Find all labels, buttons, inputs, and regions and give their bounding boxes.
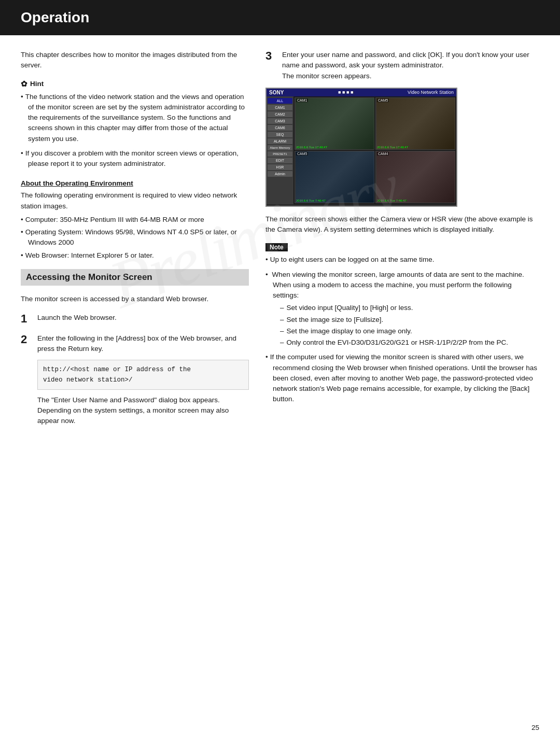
cam-cell-4: CAM4 2010.6.6 Tue 7:46:47 xyxy=(375,151,455,203)
hint-item-1: The functions of the video network stati… xyxy=(21,92,249,144)
left-column: This chapter describes how to monitor th… xyxy=(21,50,249,434)
monitor-title: Video Network Station xyxy=(408,90,454,95)
hint-item-2: If you discover a problem with the monit… xyxy=(21,148,249,170)
cam-timestamp-3: 2010.6.6 Tue 7:46:47 xyxy=(296,199,326,202)
sidebar-btn-alarm-memory[interactable]: Alarm Memory xyxy=(268,145,292,150)
monitor-description: The monitor screen shows either the Came… xyxy=(265,214,539,235)
sidebar-btn-cam2[interactable]: CAM2 xyxy=(268,111,292,117)
hint-title: ✿ Hint xyxy=(21,79,249,89)
note-subitem-1: Set video input [Quality] to [High] or l… xyxy=(280,303,539,313)
cam-label-1: CAM1 xyxy=(296,98,308,102)
step-3-after-monitor: The monitor screen appears. xyxy=(282,72,372,80)
note-section: Note Up to eight users can be logged on … xyxy=(265,243,539,404)
monitor-sidebar: ALL CAM1 CAM2 CAM3 CAM6 SEQ ALARM Alarm … xyxy=(267,96,293,204)
sidebar-btn-admin[interactable]: Admin xyxy=(268,171,292,177)
step-3: 3 Enter your user name and password, and… xyxy=(265,50,539,81)
accessing-section: Accessing the Monitor Screen The monitor… xyxy=(21,269,249,427)
cam-timestamp-2: 2010.6.6 Tue 17:46:47 xyxy=(377,146,408,149)
step-1: 1 Launch the Web browser. xyxy=(21,313,249,325)
sidebar-btn-hsr[interactable]: HSR xyxy=(268,164,292,170)
note-subitem-2: Set the image size to [Fullsize]. xyxy=(280,315,539,325)
monitor-screenshot: SONY ■ ■ ■ ■ Video Network Station ALL C… xyxy=(265,88,457,207)
sidebar-btn-cam1[interactable]: CAM1 xyxy=(268,105,292,110)
step-2-content: Enter the following in the [Address] box… xyxy=(37,333,249,426)
hint-icon: ✿ xyxy=(21,79,27,89)
step-2-num: 2 xyxy=(21,333,32,346)
operating-env-heading: About the Operating Environment xyxy=(21,179,249,187)
note-item-3: If the computer used for viewing the mon… xyxy=(265,352,539,404)
step-2: 2 Enter the following in the [Address] b… xyxy=(21,333,249,426)
cam-label-2: CAM5 xyxy=(377,98,389,102)
step-2-text: Enter the following in the [Address] box… xyxy=(37,334,236,353)
cam-timestamp-1: 2010.6.6 Tue 17:46:47 xyxy=(296,146,327,149)
sidebar-btn-cam6[interactable]: CAM6 xyxy=(268,125,292,131)
step-1-num: 1 xyxy=(21,313,32,325)
step-2-after: The "Enter User Name and Password" dialo… xyxy=(37,396,229,425)
right-column: 3 Enter your user name and password, and… xyxy=(265,50,539,434)
sidebar-btn-cam3[interactable]: CAM3 xyxy=(268,118,292,124)
note-subitem-3: Set the image display to one image only. xyxy=(280,326,539,336)
env-item-1: Computer: 350-MHz Pentium III with 64-MB… xyxy=(21,215,249,225)
operating-env-intro: The following operating environment is r… xyxy=(21,190,249,212)
operating-env-section: About the Operating Environment The foll… xyxy=(21,179,249,261)
monitor-top-bar: SONY ■ ■ ■ ■ Video Network Station xyxy=(267,89,456,96)
note-list: Up to eight users can be logged on at th… xyxy=(265,255,539,404)
accessing-intro: The monitor screen is accessed by a stan… xyxy=(21,294,249,304)
step-2-code: http://<host name or IP address of the v… xyxy=(37,360,249,390)
note-subitems: Set video input [Quality] to [High] or l… xyxy=(273,303,539,348)
cam-cell-2: CAM5 2010.6.6 Tue 17:46:47 xyxy=(375,97,455,150)
hint-label: Hint xyxy=(30,80,44,88)
hint-section: ✿ Hint The functions of the video networ… xyxy=(21,79,249,170)
page-title: Operation xyxy=(21,9,539,26)
note-item-2: When viewing the monitor screen, large a… xyxy=(265,270,539,348)
hint-list: The functions of the video network stati… xyxy=(21,92,249,170)
sidebar-btn-preset[interactable]: PRESET1 xyxy=(268,151,292,157)
note-label: Note xyxy=(265,243,288,251)
step-3-content: Enter your user name and password, and c… xyxy=(282,50,539,81)
main-content: This chapter describes how to monitor th… xyxy=(0,35,560,455)
env-item-3: Web Browser: Internet Explorer 5 or late… xyxy=(21,250,249,261)
step-3-num: 3 xyxy=(265,50,277,62)
note-subitem-4: Only control the EVI-D30/D31/G20/G21 or … xyxy=(280,337,539,348)
step-1-content: Launch the Web browser. xyxy=(37,313,249,323)
cam-cell-1: CAM1 2010.6.6 Tue 17:46:47 xyxy=(295,97,374,150)
monitor-brand: SONY xyxy=(269,90,284,95)
header-bar: Operation xyxy=(0,0,560,35)
cam-timestamp-4: 2010.6.6 Tue 7:46:47 xyxy=(377,199,407,202)
monitor-icons: ■ ■ ■ ■ xyxy=(338,90,353,95)
monitor-main-grid: CAM1 2010.6.6 Tue 17:46:47 CAM5 2010.6.6… xyxy=(293,96,456,204)
sidebar-btn-alarm[interactable]: ALARM xyxy=(268,138,292,144)
env-item-2: Operating System: Windows 95/98, Windows… xyxy=(21,227,249,248)
intro-paragraph: This chapter describes how to monitor th… xyxy=(21,50,249,71)
step-3-text: Enter your user name and password, and c… xyxy=(282,51,529,69)
monitor-body: ALL CAM1 CAM2 CAM3 CAM6 SEQ ALARM Alarm … xyxy=(267,96,456,204)
cam-cell-3: CAM5 2010.6.6 Tue 7:46:47 xyxy=(295,151,374,203)
cam-label-3: CAM5 xyxy=(296,152,308,156)
sidebar-btn-edit[interactable]: EDIT xyxy=(268,158,292,163)
page-number: 25 xyxy=(531,724,539,731)
sidebar-btn-all[interactable]: ALL xyxy=(268,98,292,104)
accessing-heading: Accessing the Monitor Screen xyxy=(26,272,244,283)
note-item-2-text: When viewing the monitor screen, large a… xyxy=(272,271,524,300)
sidebar-btn-seq[interactable]: SEQ xyxy=(268,132,292,137)
operating-env-list: Computer: 350-MHz Pentium III with 64-MB… xyxy=(21,215,249,261)
cam-label-4: CAM4 xyxy=(377,152,389,156)
note-item-1: Up to eight users can be logged on at th… xyxy=(265,255,539,265)
accessing-heading-box: Accessing the Monitor Screen xyxy=(21,269,249,286)
